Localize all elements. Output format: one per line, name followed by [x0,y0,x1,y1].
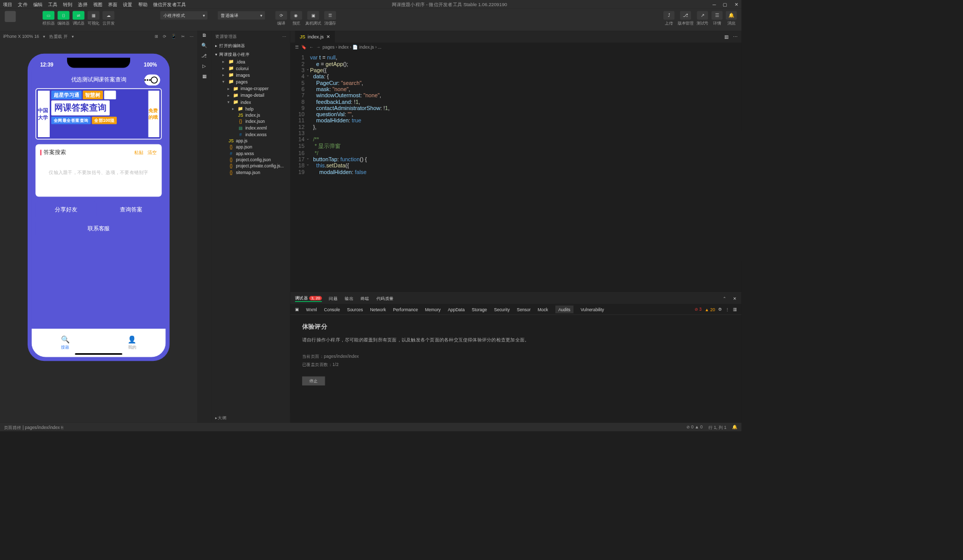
tree-item[interactable]: {}sitemap.json [212,169,290,175]
cloud-toggle[interactable]: ☁ [102,11,114,20]
sim-icon[interactable]: ⟳ [163,34,166,39]
bell-icon[interactable]: 🔔 [732,424,738,430]
split-icon[interactable]: ▥ [724,34,728,39]
devtools-subtab[interactable]: Console [324,307,340,311]
devtools-subtab[interactable]: Memory [425,307,441,311]
device-select[interactable]: iPhone X 100% 16 [3,34,39,38]
compile-select[interactable]: 普通编译 [218,11,265,20]
devtools-tab[interactable]: 问题 [329,295,338,301]
paste-button[interactable]: 粘贴 [134,149,143,156]
devtools-subtab[interactable]: Vulnerability [581,307,604,311]
menu-item[interactable]: 设置 [123,1,132,8]
devtools-tab[interactable]: 调试器 3, 20 [295,295,322,301]
tree-item[interactable]: {}app.json [212,144,290,150]
sim-icon[interactable]: ⋯ [190,34,194,39]
menu-item[interactable]: 界面 [108,1,117,8]
devtools-tab[interactable]: 输出 [345,295,353,301]
capsule[interactable] [144,75,160,86]
branch-icon[interactable]: ⎇ [201,53,207,58]
devtools-tab[interactable]: 终端 [361,295,369,301]
menu-item[interactable]: 文件 [18,1,27,8]
inspect-icon[interactable]: ▣ [295,307,299,312]
editor-tab[interactable]: JSindex.js✕ [295,31,335,42]
devtools-tab[interactable]: 代码质量 [376,295,394,301]
minimize-icon[interactable]: ─ [713,2,716,7]
panel-up-icon[interactable]: ⌃ [723,296,726,301]
query-button[interactable]: 查询答案 [100,201,161,218]
devtools-subtab[interactable]: Security [494,307,510,311]
details-button[interactable]: ☰ [711,11,723,20]
breadcrumb[interactable]: ☰🔖←→pages › index › 📄 index.js › ... [290,42,742,52]
mode-select[interactable]: 小程序模式 [160,11,207,20]
tree-item[interactable]: ▸📁help [212,105,290,112]
devtools-subtab[interactable]: Wxml [306,307,317,311]
menu-item[interactable]: 帮助 [138,1,148,8]
visual-toggle[interactable]: ▦ [88,11,99,20]
tree-item[interactable]: ▾📁pages [212,78,290,85]
menu-item[interactable]: 视图 [93,1,102,8]
tree-item[interactable]: ▸📁colorui [212,65,290,72]
tree-item[interactable]: #index.wxss [212,131,290,137]
editor-toggle[interactable]: ⟨⟩ [57,11,69,20]
menu-item[interactable]: 项目 [3,1,12,8]
close-icon[interactable]: ✕ [735,2,739,7]
devtools-subtab[interactable]: Network [370,307,386,311]
gear-icon[interactable]: ⚙ [718,307,722,312]
menu-item[interactable]: 转到 [63,1,72,8]
menu-item[interactable]: 工具 [48,1,57,8]
maximize-icon[interactable]: ▢ [723,2,727,7]
tree-item[interactable]: ▸📁image-detail [212,92,290,98]
upload-button[interactable]: ⤴ [663,11,675,20]
tree-item[interactable]: {}project.private.config.js... [212,163,290,169]
devtools-subtab[interactable]: Performance [393,307,417,311]
realdevice-button[interactable]: ▣ [307,11,319,20]
devtools-subtab[interactable]: AppData [448,307,465,311]
tree-item[interactable]: #app.wxss [212,150,290,156]
preview-button[interactable]: ◉ [290,11,302,20]
menu-item[interactable]: 微信开发者工具 [153,1,186,8]
tree-item[interactable]: JSindex.js [212,112,290,118]
copy-icon[interactable]: ⎘ [61,425,64,429]
devtools-subtab[interactable]: Sensor [517,307,531,311]
devtools-subtab[interactable]: Mock [538,307,548,311]
tree-item[interactable]: ▸📁images [212,72,290,78]
panel-close-icon[interactable]: ✕ [733,296,737,301]
devtools-subtab[interactable]: Sources [347,307,363,311]
compile-button[interactable]: ⟳ [275,11,287,20]
debugger-toggle[interactable]: ⇌ [73,11,85,20]
ext-icon[interactable]: ▦ [202,73,206,79]
tree-item[interactable]: ▸📁image-cropper [212,85,290,92]
tree-item[interactable]: JSapp.js [212,138,290,144]
devtools-subtab[interactable]: Storage [472,307,487,311]
tree-item[interactable]: {}project.config.json [212,157,290,163]
files-icon[interactable]: 🗎 [202,32,206,38]
tab-close-icon[interactable]: ✕ [326,34,330,39]
sim-icon[interactable]: 📱 [171,34,177,39]
menu-item[interactable]: 编辑 [33,1,43,8]
open-editors[interactable]: ▸ 打开的编辑器 [212,42,290,50]
more-icon[interactable]: ⋮ [725,307,729,312]
simulator-toggle[interactable]: ▭ [43,11,54,20]
tree-item[interactable]: ▾📁index [212,99,290,105]
page-path-label[interactable]: 页面路径 [4,424,22,430]
debug-icon[interactable]: ▷ [202,63,206,69]
share-button[interactable]: 分享好友 [35,201,96,218]
test-button[interactable]: ↗ [697,11,708,20]
hot-reload[interactable]: 热重载 开 [49,33,68,39]
question-input[interactable]: 仅输入题干，不要加括号、选项，不要有错别字 [40,162,157,192]
contact-button[interactable]: 联系客服 [35,220,161,236]
clear-button[interactable]: 清空 [148,149,157,156]
sim-icon[interactable]: ⊞ [155,34,158,39]
sim-icon[interactable]: ✂ [181,34,185,39]
dock-icon[interactable]: ▥ [733,307,737,312]
stop-button[interactable]: 停止 [302,376,325,385]
tree-item[interactable]: ▸📁.idea [212,58,290,65]
project-root[interactable]: ▾ 网课搜题小程序 [212,50,290,58]
message-button[interactable]: 🔔 [726,11,737,20]
search-icon[interactable]: 🔍 [201,42,207,48]
tree-item[interactable]: ▤index.wxml [212,124,290,131]
outline[interactable]: ▸ 大纲 [212,413,290,422]
avatar[interactable] [5,11,16,23]
tree-item[interactable]: {}index.json [212,118,290,124]
version-button[interactable]: ⎇ [680,11,691,20]
